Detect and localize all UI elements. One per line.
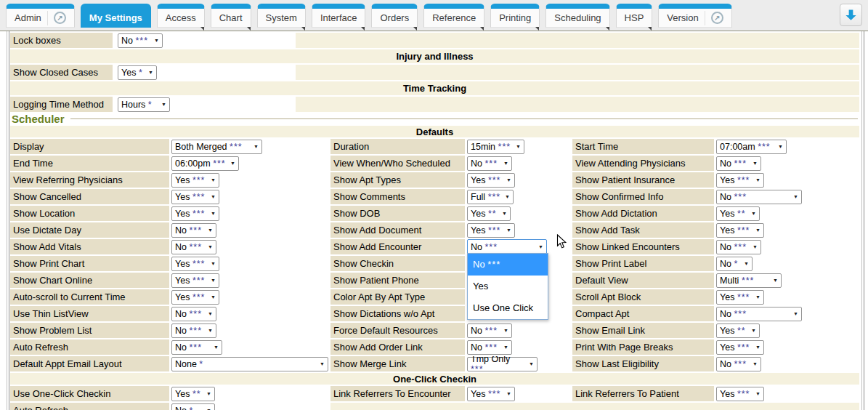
use-dictate-day-select[interactable]: No ***▼: [171, 223, 216, 238]
show-email-link-select[interactable]: Yes **▼: [716, 323, 760, 338]
dropdown-arrow-icon: ▼: [755, 177, 760, 182]
setting-label: Show Dictations w/o Apt: [330, 306, 465, 321]
show-apt-types-select[interactable]: Yes ***▼: [467, 173, 515, 188]
tab-printing[interactable]: Printing: [490, 4, 540, 28]
logging-time-method-select[interactable]: Hours *▼: [118, 97, 170, 112]
show-add-task-select[interactable]: Yes ***▼: [716, 223, 764, 238]
setting-row: Logging Time MethodHours *▼: [10, 97, 859, 112]
open-new-window-icon[interactable]: ↗: [711, 12, 723, 24]
dropdown-arrow-icon: ▼: [253, 144, 259, 149]
setting-value-cell: Yes ***▼: [715, 289, 859, 305]
tab-orders[interactable]: Orders: [371, 4, 418, 28]
view-when-who-scheduled-select[interactable]: No ***▼: [467, 156, 512, 171]
dropdown-arrow-icon: ▼: [744, 261, 749, 266]
tab-admin[interactable]: Admin↗: [6, 4, 75, 28]
tab-my-settings[interactable]: My Settings: [81, 4, 151, 28]
setting-value-cell: No ***▼: [171, 222, 329, 238]
tab-label: Access: [166, 12, 196, 23]
dropdown-arrow-icon: ▼: [503, 161, 508, 166]
setting-label: Link Referrers To Patient: [572, 386, 714, 401]
view-referring-physicians-select[interactable]: Yes ***▼: [171, 173, 219, 188]
show-closed-cases-select[interactable]: Yes *▼: [118, 65, 157, 80]
show-comments-select[interactable]: Full ***▼: [467, 190, 514, 204]
show-add-encounter-select[interactable]: No ***▼: [467, 239, 547, 254]
dropdown-option-yes[interactable]: Yes: [468, 276, 548, 297]
tab-scheduling[interactable]: Scheduling: [545, 4, 609, 28]
display-select[interactable]: Both Merged ***▼: [171, 140, 262, 154]
tab-reference[interactable]: Reference: [423, 4, 484, 28]
tab-version[interactable]: Version↗: [658, 4, 731, 28]
tab-label: Orders: [380, 12, 409, 23]
setting-label: Show Add Encounter: [330, 239, 465, 254]
setting-label: Show Chart Online: [10, 273, 169, 288]
show-add-order-link-select[interactable]: No ***▼: [467, 340, 512, 355]
setting-label: Auto Refresh: [10, 403, 169, 410]
open-new-window-icon[interactable]: ↗: [54, 12, 66, 24]
scroll-apt-block-select[interactable]: Yes ***▼: [716, 290, 764, 305]
setting-value-cell: No *▼: [715, 256, 859, 271]
show-last-eligibility-select[interactable]: No ***▼: [716, 357, 761, 371]
tab-system[interactable]: System: [257, 4, 306, 28]
use-thin-listview-select[interactable]: No ***▼: [171, 307, 216, 321]
print-with-page-breaks-select[interactable]: Yes ***▼: [716, 340, 764, 355]
show-cancelled-select[interactable]: Yes ***▼: [171, 190, 219, 204]
auto-refresh-select[interactable]: No ***▼: [171, 340, 222, 355]
show-dob-select[interactable]: Yes **▼: [467, 206, 511, 221]
dropdown-option-no[interactable]: No ***: [468, 254, 548, 276]
setting-label: Use One-Click Checkin: [10, 386, 169, 401]
setting-value-cell: Yes **▼: [715, 206, 859, 221]
setting-label: Show Last Eligibility: [572, 356, 714, 371]
show-merge-link-select[interactable]: Tmp Only ***▼: [467, 357, 538, 371]
duration-select[interactable]: 15min ***▼: [467, 140, 524, 154]
show-patient-insurance-select[interactable]: Yes ***▼: [716, 173, 764, 188]
show-add-document-select[interactable]: Yes ***▼: [467, 223, 515, 238]
view-attending-physicians-select[interactable]: No ***▼: [716, 156, 761, 171]
end-time-select[interactable]: 06:00pm ***▼: [171, 156, 239, 171]
setting-value-cell: 07:00am ***▼: [715, 139, 859, 154]
setting-label: Show Location: [10, 206, 169, 221]
setting-value-cell: Yes ***▼: [171, 206, 329, 221]
select-value: Yes **: [720, 326, 746, 336]
use-one-click-checkin-select[interactable]: Yes **▼: [171, 387, 215, 401]
default-appt-email-layout-select[interactable]: None *▼: [171, 357, 328, 371]
show-print-label-select[interactable]: No *▼: [716, 257, 753, 271]
default-view-select[interactable]: Multi ***▼: [716, 273, 782, 288]
link-referrers-to-patient-select[interactable]: Yes ***▼: [716, 387, 764, 401]
show-confirmed-info-select[interactable]: No ***▼: [716, 190, 802, 204]
show-linked-encounters-select[interactable]: No ***▼: [716, 240, 761, 254]
select-value: Yes ***: [720, 175, 750, 185]
dropdown-arrow-icon: ▼: [751, 211, 756, 216]
down-arrow-icon: [844, 8, 858, 22]
tab-label: Version: [667, 12, 698, 23]
dropdown-arrow-icon: ▼: [506, 391, 511, 396]
force-default-resources-select[interactable]: No ***▼: [467, 323, 512, 338]
tab-interface[interactable]: Interface: [312, 4, 366, 28]
dropdown-option-use-one-click[interactable]: Use One Click: [468, 297, 548, 319]
show-chart-online-select[interactable]: Yes ***▼: [171, 273, 219, 288]
show-add-vitals-select[interactable]: No ***▼: [171, 240, 216, 254]
setting-value-cell: Yes ***▼: [715, 172, 859, 188]
tab-access[interactable]: Access: [157, 4, 205, 28]
setting-label: Show Closed Cases: [10, 65, 113, 80]
setting-label: Show Patient Insurance: [572, 172, 714, 188]
dropdown-arrow-icon: ▼: [320, 361, 325, 366]
override-asterisks: ***: [734, 242, 747, 252]
override-asterisks: ***: [488, 192, 501, 202]
auto-refresh-select[interactable]: No *▼: [171, 403, 215, 410]
auto-scroll-to-current-time-select[interactable]: Yes ***▼: [171, 290, 219, 305]
show-add-dictation-select[interactable]: Yes **▼: [716, 206, 760, 221]
link-referrers-to-encounter-select[interactable]: Yes ***▼: [467, 387, 515, 401]
tab-hsp[interactable]: HSP: [616, 4, 653, 28]
select-value: Yes ***: [175, 192, 205, 202]
down-arrow-button[interactable]: [840, 4, 862, 26]
override-asterisks: *: [148, 100, 153, 110]
start-time-select[interactable]: 07:00am ***▼: [716, 140, 787, 154]
compact-apt-select[interactable]: No ***▼: [716, 307, 802, 321]
lock-boxes-select[interactable]: No ***▼: [118, 33, 163, 48]
dropdown-arrow-icon: ▼: [753, 161, 758, 166]
show-print-chart-select[interactable]: Yes ***▼: [171, 257, 219, 271]
show-location-select[interactable]: Yes ***▼: [171, 206, 219, 221]
tab-chart[interactable]: Chart: [211, 4, 251, 28]
dropdown-arrow-icon: ▼: [755, 391, 760, 396]
show-problem-list-select[interactable]: No ***▼: [171, 323, 216, 338]
